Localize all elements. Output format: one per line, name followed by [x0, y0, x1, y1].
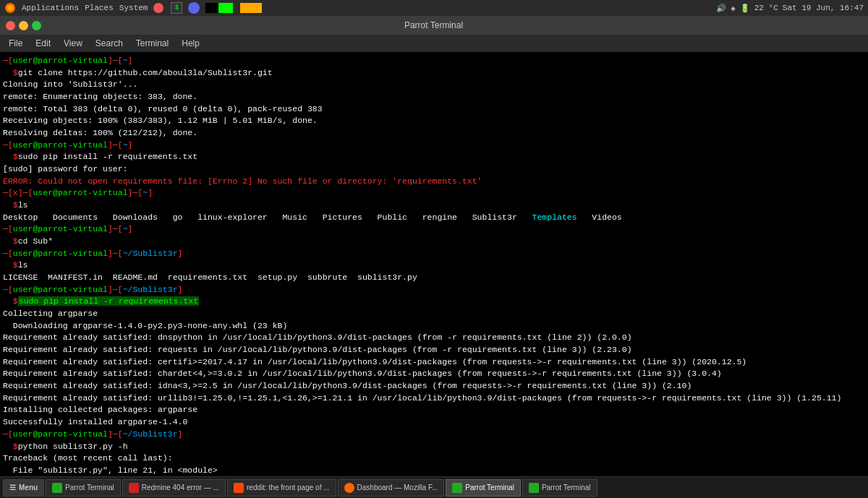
line-9: $sudo pip install -r requirements.txt: [3, 151, 865, 163]
line-32: ─[user@parrot-virtual]─[~/Sublist3r]: [3, 429, 865, 441]
network-icon: ◈: [731, 4, 736, 13]
menu-terminal[interactable]: Terminal: [130, 37, 174, 50]
taskbar-label-3: reddit: the front page of ...: [247, 484, 330, 491]
line-5: remote: Total 383 (delta 0), reused 0 (d…: [3, 103, 865, 116]
line-11: ERROR: Could not open requirements file:…: [3, 176, 865, 188]
line-28: Requirement already satisfied: idna<3,>=…: [3, 380, 865, 392]
parrot-icon-1: [52, 483, 62, 493]
menu-search[interactable]: Search: [90, 37, 129, 50]
line-18: $ls: [3, 259, 865, 272]
taskbar-label-5: Parrot Terminal: [465, 484, 514, 491]
taskbar-menu[interactable]: ☰ Menu: [3, 479, 44, 497]
system-bar-right: 🔊 ◈ 🔋 22 °C Sat 19 Jun, 16:47: [716, 4, 864, 13]
line-2: $git clone https://github.com/aboul3la/S…: [3, 67, 865, 80]
menu-view[interactable]: View: [58, 37, 88, 50]
taskbar: ☰ Menu Parrot Terminal Redmine 404 error…: [0, 476, 868, 498]
taskbar-parrot-terminal-3[interactable]: Parrot Terminal: [522, 479, 597, 497]
system-bar-left: Applications Places System $: [4, 2, 262, 14]
window-title: Parrot Terminal: [404, 20, 463, 30]
line-23: Downloading argparse-1.4.0-py2.py3-none-…: [3, 320, 865, 332]
window-controls: [6, 21, 41, 30]
taskbar-label-6: Parrot Terminal: [542, 484, 591, 491]
battery-icon: 🔋: [740, 4, 750, 13]
line-20: ─[user@parrot-virtual]─[~/Sublist3r]: [3, 284, 865, 296]
redmine-icon: [129, 483, 139, 493]
line-15: ─[user@parrot-virtual]─[~]: [3, 223, 865, 236]
line-7: Resolving deltas: 100% (212/212), done.: [3, 127, 865, 139]
datetime: Sat 19 Jun, 16:47: [783, 4, 864, 12]
line-13: $ls: [3, 199, 865, 212]
menu-file[interactable]: File: [3, 37, 28, 50]
taskbar-redmine[interactable]: Redmine 404 error — ...: [122, 479, 226, 497]
line-14: Desktop Documents Downloads go linux-exp…: [3, 212, 865, 224]
terminal-app-icon: $: [171, 2, 182, 14]
menu-help[interactable]: Help: [176, 37, 205, 50]
applications-menu[interactable]: Applications: [22, 4, 79, 12]
taskbar-parrot-terminal-active[interactable]: Parrot Terminal: [446, 479, 521, 497]
reddit-icon: [234, 483, 244, 493]
svg-point-1: [7, 5, 13, 11]
line-17: ─[user@parrot-virtual]─[~/Sublist3r]: [3, 248, 865, 260]
line-12: ─[x]─[user@parrot-virtual]─[~]: [3, 187, 865, 199]
line-19: LICENSE MANIFEST.in README.md requiremen…: [3, 272, 865, 284]
firefox-icon: [4, 2, 16, 14]
maximize-button[interactable]: [32, 21, 41, 30]
browser-app-icon: [153, 2, 165, 14]
svg-point-2: [153, 3, 163, 13]
line-29: Requirement already satisfied: urllib3!=…: [3, 392, 865, 405]
taskbar-label-2: Redmine 404 error — ...: [142, 484, 219, 491]
line-31: Successfully installed argparse-1.4.0: [3, 416, 865, 429]
close-button[interactable]: [6, 21, 15, 30]
taskbar-label-4: Dashboard — Mozilla F...: [357, 484, 438, 491]
mem-progress: [240, 3, 262, 13]
line-4: remote: Enumerating objects: 383, done.: [3, 91, 865, 103]
menu-bar: File Edit View Search Terminal Help: [0, 35, 868, 52]
line-30: Installing collected packages: argparse: [3, 404, 865, 416]
line-25: Requirement already satisfied: requests …: [3, 344, 865, 356]
line-8: ─[user@parrot-virtual]─[~]: [3, 139, 865, 152]
line-10: [sudo] password for user:: [3, 163, 865, 176]
chat-app-icon: [188, 2, 200, 14]
cpu-bar-left: [205, 3, 218, 13]
line-16: $cd Sub*: [3, 236, 865, 248]
line-33: $python sublist3r.py -h: [3, 441, 865, 453]
parrot-icon-active: [452, 483, 462, 493]
title-bar: Parrot Terminal: [0, 16, 868, 35]
line-27: Requirement already satisfied: chardet<4…: [3, 368, 865, 380]
line-22: Collecting argparse: [3, 308, 865, 320]
parrot-icon-3: [529, 483, 539, 493]
line-35: File "sublist3r.py", line 21, in <module…: [3, 465, 865, 476]
line-1: ─[user@parrot-virtual]─[~]: [3, 55, 865, 67]
places-menu[interactable]: Places: [85, 4, 114, 12]
cpu-bar-fill: [218, 3, 233, 13]
line-24: Requirement already satisfied: dnspython…: [3, 332, 865, 344]
menu-edit[interactable]: Edit: [30, 37, 56, 50]
taskbar-label-1: Parrot Terminal: [65, 484, 114, 491]
line-6: Receiving objects: 100% (383/383), 1.12 …: [3, 115, 865, 127]
line-34: Traceback (most recent call last):: [3, 452, 865, 465]
line-26: Requirement already satisfied: certifi>=…: [3, 356, 865, 369]
line-3: Cloning into 'Sublist3r'...: [3, 79, 865, 91]
taskbar-reddit[interactable]: reddit: the front page of ...: [227, 479, 336, 497]
taskbar-parrot-terminal-1[interactable]: Parrot Terminal: [46, 479, 121, 497]
system-bar: Applications Places System $ 🔊 ◈ 🔋 22 °C…: [0, 0, 868, 16]
terminal-content[interactable]: ─[user@parrot-virtual]─[~] $git clone ht…: [0, 52, 868, 476]
menu-icon: ☰: [9, 484, 16, 491]
temperature: 22 °C: [754, 4, 778, 12]
minimize-button[interactable]: [19, 21, 28, 30]
taskbar-dashboard[interactable]: Dashboard — Mozilla F...: [338, 479, 445, 497]
system-menu[interactable]: System: [119, 4, 148, 12]
line-21: $sudo pip install -r requirements.txt: [3, 296, 865, 308]
menu-label: Menu: [19, 484, 38, 491]
firefox-taskbar-icon: [344, 483, 354, 493]
volume-icon: 🔊: [716, 4, 726, 13]
cpu-progress: [205, 3, 234, 13]
